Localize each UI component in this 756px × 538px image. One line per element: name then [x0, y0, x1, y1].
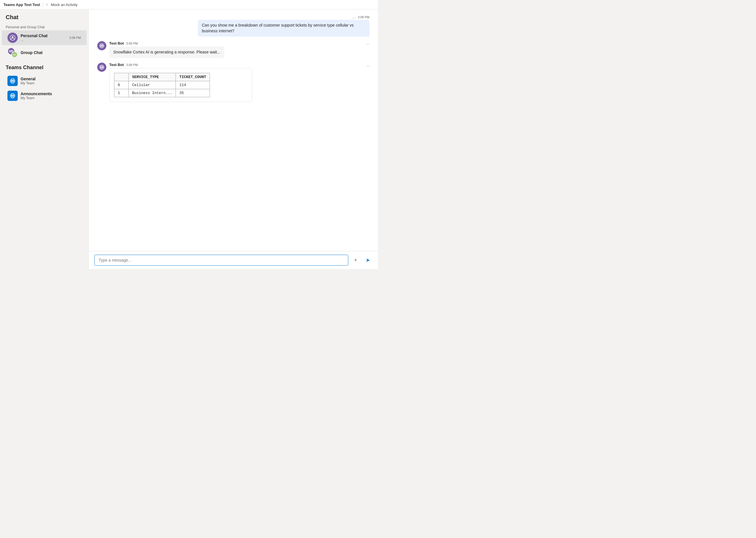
app-title: Teams App Test Tool [3, 3, 40, 7]
group-chat-avatar: MB AV [7, 47, 18, 58]
table-header-index [114, 73, 129, 81]
announcements-channel-icon [7, 91, 18, 101]
personal-chat-sub: ... [21, 38, 66, 42]
bot-name-1: Test Bot [109, 41, 124, 45]
personal-group-label: Personal and Group Chat [0, 24, 88, 30]
table-cell: Cellular [129, 81, 176, 89]
user-message-row: ... 3:08 PM Can you show me a breakdown … [97, 15, 369, 36]
personal-chat-avatar [7, 32, 18, 43]
data-table: SERVICE_TYPE TICKET_COUNT 0Cellular1141B… [114, 73, 210, 97]
bot-message-content-2: Test Bot 3:08 PM ... SERVICE_TYPE TICKET… [109, 63, 369, 102]
message-input[interactable] [94, 255, 348, 266]
table-header-service-type: SERVICE_TYPE [129, 73, 176, 81]
bot-time-2: 3:08 PM [126, 63, 138, 67]
bot-time-1: 3:08 PM [126, 42, 138, 45]
sidebar-item-personal-chat[interactable]: Personal Chat ... 3:08 PM [2, 30, 87, 45]
messages-container: ... 3:08 PM Can you show me a breakdown … [89, 9, 378, 251]
add-icon: + [354, 257, 357, 263]
table-row: 1Business Intern...35 [114, 89, 210, 97]
mock-icon: ↑ [46, 2, 48, 7]
table-cell: 0 [114, 81, 129, 89]
table-cell: Business Intern... [129, 89, 176, 97]
bot-message-header-1: Test Bot 3:08 PM ... [109, 41, 369, 45]
personal-chat-name: Personal Chat [21, 33, 66, 38]
group-chat-info: Group Chat [21, 50, 81, 55]
add-button[interactable]: + [351, 255, 360, 265]
bot-avatar-1 [97, 41, 106, 50]
message-input-area: + ➤ [89, 251, 378, 269]
bot-message-row-2: Test Bot 3:08 PM ... SERVICE_TYPE TICKET… [97, 63, 369, 102]
bot-message-content-1: Test Bot 3:08 PM ... Snowflake Cortex AI… [109, 41, 369, 58]
sidebar: Chat Personal and Group Chat Personal Ch… [0, 9, 89, 269]
table-cell: 35 [176, 89, 210, 97]
user-message-wrapper: ... 3:08 PM Can you show me a breakdown … [198, 15, 369, 36]
general-channel-icon [7, 76, 18, 86]
send-button[interactable]: ➤ [363, 255, 372, 265]
top-bar-divider [43, 3, 43, 7]
table-header-row: SERVICE_TYPE TICKET_COUNT [114, 73, 210, 81]
announcements-channel-team: My Team [21, 96, 81, 100]
user-message-dots: ... [352, 15, 355, 19]
sidebar-item-group-chat[interactable]: MB AV Group Chat [2, 45, 87, 60]
sidebar-item-announcements[interactable]: Announcements My Team [2, 88, 87, 103]
sidebar-chat-title: Chat [0, 12, 88, 24]
announcements-channel-info: Announcements My Team [21, 91, 81, 100]
personal-chat-info: Personal Chat ... [21, 33, 66, 42]
user-message-time: 3:08 PM [358, 16, 369, 19]
announcements-channel-name: Announcements [21, 91, 81, 96]
teams-channel-title: Teams Channel [0, 60, 88, 74]
user-message-bubble: Can you show me a breakdown of customer … [198, 20, 369, 36]
bot-message-header-2: Test Bot 3:08 PM ... [109, 63, 369, 67]
bot-bubble-1: Snowflake Cortex AI is generating a resp… [109, 47, 224, 58]
group-chat-name: Group Chat [21, 50, 81, 55]
personal-chat-time: 3:08 PM [69, 36, 81, 39]
top-bar: Teams App Test Tool ↑ Mock an Activity [0, 0, 378, 9]
user-message-meta: ... 3:08 PM [198, 15, 369, 19]
bot-dots-2: ... [366, 63, 369, 67]
svg-point-1 [12, 36, 14, 38]
bot-avatar-2 [97, 63, 106, 72]
chat-area: ... 3:08 PM Can you show me a breakdown … [89, 9, 378, 269]
sidebar-item-general[interactable]: General My Team [2, 74, 87, 88]
general-channel-team: My Team [21, 81, 81, 85]
general-channel-name: General [21, 77, 81, 81]
bot-name-2: Test Bot [109, 63, 124, 67]
table-header-ticket-count: TICKET_COUNT [176, 73, 210, 81]
table-cell: 1 [114, 89, 129, 97]
bot-card-table: SERVICE_TYPE TICKET_COUNT 0Cellular1141B… [109, 68, 252, 102]
table-row: 0Cellular114 [114, 81, 210, 89]
bot-dots-1: ... [366, 41, 369, 45]
mock-activity-button[interactable]: Mock an Activity [51, 3, 78, 7]
bot-message-row-1: Test Bot 3:08 PM ... Snowflake Cortex AI… [97, 41, 369, 58]
main-layout: Chat Personal and Group Chat Personal Ch… [0, 9, 378, 269]
table-body: 0Cellular1141Business Intern...35 [114, 81, 210, 97]
general-channel-info: General My Team [21, 77, 81, 85]
group-avatar-sub: AV [12, 51, 18, 58]
table-cell: 114 [176, 81, 210, 89]
send-icon: ➤ [366, 257, 370, 263]
